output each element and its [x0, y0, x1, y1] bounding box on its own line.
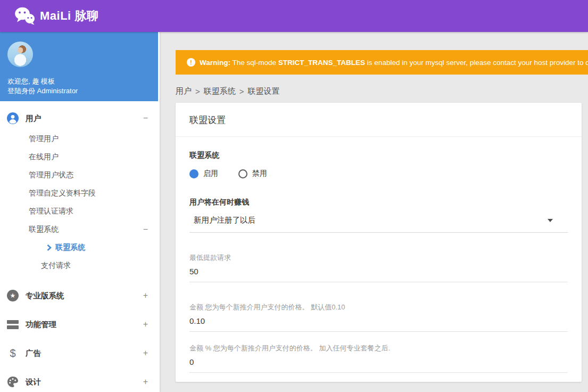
- earn-when-selected-value: 新用户注册了以后: [194, 215, 255, 225]
- sidebar-item-label: 管理用户: [29, 134, 59, 144]
- breadcrumb-separator: >: [239, 87, 244, 96]
- amount-field: 金额 您为每个新推介用户支付的价格。 默认值0.10: [189, 303, 568, 332]
- amount-percent-input[interactable]: [189, 354, 568, 373]
- sidebar-item-ads[interactable]: $ 广告 +: [0, 339, 160, 368]
- earn-when-group: 用户将在何时赚钱 新用户注册了以后: [189, 198, 568, 233]
- affiliate-system-group: 联盟系统 启用 禁用: [189, 151, 568, 178]
- radio-unselected-icon[interactable]: [238, 169, 247, 178]
- earn-when-select[interactable]: 新用户注册了以后: [189, 215, 568, 233]
- sidebar-item-users[interactable]: 用户 −: [0, 107, 160, 130]
- sidebar-item-label: 广告: [26, 348, 41, 358]
- warning-text: Warning: The sql-mode STRICT_TRANS_TABLE…: [200, 59, 588, 67]
- main-content: Warning: The sql-mode STRICT_TRANS_TABLE…: [160, 32, 588, 392]
- profile-panel: 欢迎您, 趣 模板 登陆身份 Administrator: [0, 32, 158, 101]
- sidebar-item-verification-requests[interactable]: 管理认证请求: [0, 202, 160, 220]
- sidebar-item-payment-requests[interactable]: 支付请求: [0, 257, 160, 275]
- sidebar-item-label: 功能管理: [26, 320, 56, 330]
- breadcrumb-separator: >: [195, 87, 200, 96]
- breadcrumb-affiliate-system[interactable]: 联盟系统: [204, 86, 236, 96]
- expand-icon[interactable]: +: [143, 320, 148, 329]
- amount-label: 金额 您为每个新推介用户支付的价格。 默认值0.10: [189, 303, 568, 312]
- chevron-down-icon: [548, 219, 553, 222]
- sidebar-item-label: 用户: [26, 113, 41, 124]
- sidebar-item-label: 专业版系统: [26, 291, 64, 301]
- star-circle-icon: ★: [7, 290, 19, 301]
- wechat-icon: [14, 6, 36, 26]
- radio-selected-icon[interactable]: [189, 169, 198, 178]
- bars-icon: [7, 320, 19, 329]
- sidebar-nav: 用户 − 管理用户 在线用户 管理用户状态 管理自定义资料字段 管理认证请求 联…: [0, 101, 160, 392]
- sidebar-item-label: 设计: [26, 377, 41, 387]
- min-withdraw-label: 最低提款请求: [189, 253, 568, 263]
- radio-enabled[interactable]: 启用: [189, 169, 218, 178]
- user-photo-avatar[interactable]: [7, 42, 33, 67]
- amount-percent-label: 金额 % 您为每个新推介用户支付的价格。 加入任何专业套餐之后.: [189, 344, 568, 353]
- affiliate-settings-card: 联盟设置 联盟系统 启用 禁用 用户将在何时赚钱: [176, 103, 582, 382]
- affiliate-system-label: 联盟系统: [189, 151, 568, 160]
- app-header: MaiLi 脉聊: [0, 0, 588, 32]
- sidebar-item-manage-users[interactable]: 管理用户: [0, 130, 160, 148]
- earn-when-label: 用户将在何时赚钱: [189, 198, 568, 207]
- card-header: 联盟设置: [176, 103, 582, 137]
- sidebar-item-feature-management[interactable]: 功能管理 +: [0, 310, 160, 339]
- min-withdraw-field: 最低提款请求: [189, 253, 568, 282]
- breadcrumb-users[interactable]: 用户: [176, 86, 192, 96]
- sidebar-item-label: 管理用户状态: [29, 170, 73, 180]
- amount-input[interactable]: [189, 313, 568, 332]
- palette-icon: [7, 376, 19, 388]
- sidebar-item-label: 联盟系统: [55, 243, 85, 252]
- breadcrumb: 用户 > 联盟系统 > 联盟设置: [176, 86, 280, 96]
- amount-percent-field: 金额 % 您为每个新推介用户支付的价格。 加入任何专业套餐之后.: [189, 344, 568, 373]
- sidebar-item-label: 管理自定义资料字段: [29, 189, 96, 198]
- min-withdraw-input[interactable]: [189, 264, 568, 282]
- sidebar-item-label: 支付请求: [41, 261, 71, 271]
- chevron-right-icon: [47, 244, 52, 251]
- role-text: 登陆身份 Administrator: [7, 86, 151, 96]
- expand-icon[interactable]: +: [143, 378, 148, 386]
- sidebar-item-pro-system[interactable]: ★ 专业版系统 +: [0, 281, 160, 310]
- sidebar-item-label: 在线用户: [29, 152, 59, 162]
- sidebar-item-online-users[interactable]: 在线用户: [0, 148, 160, 166]
- sidebar-item-label: 管理认证请求: [29, 207, 73, 216]
- sidebar: 欢迎您, 趣 模板 登陆身份 Administrator 用户 − 管理用户 在…: [0, 32, 160, 392]
- page-title: 联盟设置: [189, 114, 568, 126]
- app-title: MaiLi 脉聊: [40, 8, 98, 24]
- sidebar-item-user-status[interactable]: 管理用户状态: [0, 166, 160, 184]
- exclamation-circle-icon: [187, 58, 195, 67]
- radio-disabled[interactable]: 禁用: [238, 169, 267, 178]
- sidebar-item-design[interactable]: 设计 +: [0, 368, 160, 392]
- user-circle-icon: [7, 112, 19, 124]
- collapse-icon[interactable]: −: [143, 114, 148, 123]
- collapse-icon[interactable]: −: [143, 225, 148, 234]
- sidebar-item-affiliate-system[interactable]: 联盟系统 −: [0, 220, 160, 239]
- expand-icon[interactable]: +: [143, 349, 148, 357]
- sidebar-item-label: 联盟系统: [29, 225, 59, 234]
- dollar-icon: $: [7, 347, 19, 360]
- sidebar-item-custom-fields[interactable]: 管理自定义资料字段: [0, 184, 160, 202]
- breadcrumb-current: 联盟设置: [248, 86, 280, 96]
- warning-banner: Warning: The sql-mode STRICT_TRANS_TABLE…: [176, 50, 588, 75]
- sidebar-item-affiliate-system-active[interactable]: 联盟系统: [0, 239, 160, 257]
- brand: MaiLi 脉聊: [14, 6, 98, 26]
- expand-icon[interactable]: +: [143, 291, 148, 300]
- welcome-text: 欢迎您, 趣 模板: [7, 77, 151, 86]
